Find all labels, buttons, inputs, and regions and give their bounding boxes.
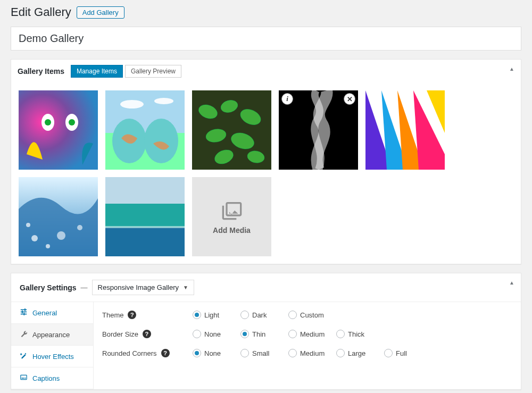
gallery-thumb[interactable]: i ✕ — [279, 90, 358, 170]
gallery-thumb[interactable] — [105, 90, 185, 170]
settings-tab-label: Appearance — [32, 331, 70, 339]
svg-rect-37 — [23, 313, 24, 315]
corners-radio-group: None Small Medium Large Full — [193, 349, 421, 357]
settings-tab-label: Hover Effects — [32, 353, 74, 361]
radio-icon — [193, 330, 201, 338]
svg-rect-35 — [24, 308, 26, 311]
image-icon — [221, 199, 243, 221]
radio-icon — [336, 330, 345, 338]
add-media-button[interactable]: Add Media — [192, 177, 271, 256]
gallery-thumb[interactable] — [19, 90, 98, 170]
theme-option-custom[interactable]: Custom — [288, 311, 326, 319]
svg-point-10 — [120, 100, 144, 108]
svg-point-26 — [77, 225, 82, 230]
thumb-info-icon[interactable]: i — [281, 93, 293, 105]
svg-point-23 — [31, 235, 38, 241]
svg-rect-30 — [105, 228, 185, 256]
help-icon[interactable]: ? — [128, 311, 136, 319]
settings-tab-label: Captions — [32, 374, 60, 382]
caption-icon — [20, 374, 27, 382]
svg-point-3 — [45, 119, 51, 126]
border-size-label: Border Size — [102, 330, 138, 338]
svg-rect-29 — [105, 204, 185, 228]
gallery-thumb[interactable] — [192, 90, 271, 170]
svg-rect-40 — [24, 378, 26, 379]
theme-label: Theme — [102, 311, 123, 319]
gallery-thumb[interactable] — [365, 90, 445, 170]
gallery-items-title: Gallery Items — [18, 67, 64, 76]
svg-point-27 — [26, 223, 30, 227]
magic-icon — [20, 352, 27, 361]
radio-icon — [240, 349, 249, 357]
svg-rect-36 — [22, 311, 23, 313]
thumb-image-sea — [105, 177, 185, 256]
gallery-title-input[interactable] — [11, 27, 521, 51]
tab-gallery-preview[interactable]: Gallery Preview — [125, 65, 181, 78]
settings-tab-appearance[interactable]: Appearance — [11, 324, 93, 346]
gallery-thumb[interactable] — [19, 177, 98, 256]
add-gallery-button[interactable]: Add Gallery — [77, 6, 124, 19]
svg-rect-33 — [20, 312, 26, 313]
panel-collapse-toggle[interactable]: ▲ — [509, 66, 514, 72]
radio-icon — [288, 311, 297, 319]
theme-option-light[interactable]: Light — [193, 311, 230, 319]
thumb-image-leaves — [192, 90, 271, 170]
gallery-type-select[interactable]: Responsive Image Gallery ▼ — [92, 280, 194, 295]
radio-icon — [240, 330, 249, 338]
gallery-items-panel: Gallery Items Manage Items Gallery Previ… — [11, 59, 521, 264]
corners-option-medium[interactable]: Medium — [288, 349, 326, 357]
gallery-thumb[interactable] — [105, 177, 185, 256]
dash-separator: — — [81, 283, 88, 291]
svg-point-11 — [154, 98, 173, 104]
radio-icon — [193, 349, 201, 357]
corners-option-large[interactable]: Large — [336, 349, 373, 357]
svg-rect-31 — [105, 226, 185, 228]
settings-tab-label: General — [32, 309, 57, 317]
settings-tab-captions[interactable]: Captions — [11, 367, 93, 389]
border-radio-group: None Thin Medium Thick — [193, 330, 373, 338]
thumb-remove-icon[interactable]: ✕ — [344, 93, 355, 105]
svg-rect-32 — [20, 310, 26, 311]
settings-tab-general[interactable]: General — [11, 302, 93, 324]
svg-point-9 — [144, 119, 178, 163]
panel-collapse-toggle[interactable]: ▲ — [509, 280, 514, 286]
border-option-thick[interactable]: Thick — [336, 330, 373, 338]
settings-tab-hover[interactable]: Hover Effects — [11, 346, 93, 367]
radio-icon — [288, 349, 297, 357]
tab-manage-items[interactable]: Manage Items — [71, 65, 123, 78]
thumb-image-hands-map — [105, 90, 185, 170]
svg-point-25 — [57, 231, 65, 240]
svg-point-5 — [69, 119, 75, 126]
svg-point-24 — [46, 244, 50, 248]
border-option-none[interactable]: None — [193, 330, 230, 338]
gallery-settings-title: Gallery Settings — [20, 283, 77, 292]
theme-option-dark[interactable]: Dark — [240, 311, 278, 319]
help-icon[interactable]: ? — [143, 330, 151, 338]
corners-option-small[interactable]: Small — [240, 349, 278, 357]
sliders-icon — [20, 308, 27, 317]
thumb-image-face-paint — [19, 90, 98, 170]
radio-icon — [193, 311, 201, 319]
svg-rect-28 — [105, 177, 185, 204]
svg-rect-39 — [21, 378, 24, 379]
radio-icon — [288, 330, 297, 338]
border-option-thin[interactable]: Thin — [240, 330, 278, 338]
gallery-type-value: Responsive Image Gallery — [98, 283, 179, 291]
rounded-corners-label: Rounded Corners — [102, 349, 157, 357]
theme-radio-group: Light Dark Custom — [193, 311, 326, 319]
corners-option-none[interactable]: None — [193, 349, 230, 357]
radio-icon — [240, 311, 249, 319]
page-title: Edit Gallery — [11, 5, 71, 19]
radio-icon — [336, 349, 345, 357]
radio-icon — [384, 349, 393, 357]
chevron-down-icon: ▼ — [183, 285, 188, 290]
corners-option-full[interactable]: Full — [384, 349, 421, 357]
thumb-image-water — [19, 177, 98, 256]
wrench-icon — [20, 330, 27, 339]
border-option-medium[interactable]: Medium — [288, 330, 326, 338]
help-icon[interactable]: ? — [161, 349, 170, 357]
gallery-settings-panel: Gallery Settings — Responsive Image Gall… — [11, 273, 521, 390]
svg-rect-38 — [20, 375, 26, 379]
thumb-image-paint — [365, 90, 445, 170]
add-media-label: Add Media — [213, 226, 251, 235]
